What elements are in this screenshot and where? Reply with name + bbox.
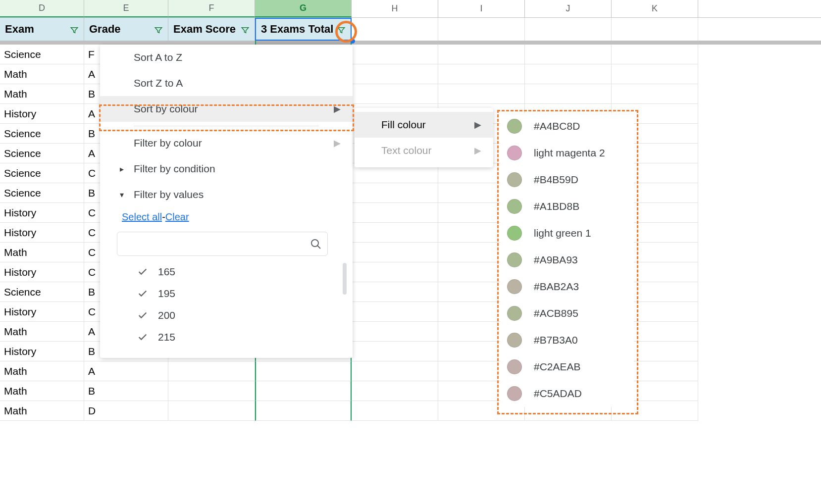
menu-sort-a-z[interactable]: Sort A to Z [100,45,353,70]
submenu-fill-colour[interactable]: Fill colour ▶ [355,112,493,138]
cell-K[interactable] [612,64,698,84]
cell-D[interactable]: History [0,223,84,243]
header-blank-J[interactable] [525,18,612,41]
cell-H[interactable] [352,45,438,64]
cell-H[interactable] [352,64,438,84]
cell-F[interactable] [168,361,255,381]
filter-search-input[interactable] [117,232,328,256]
cell-K[interactable] [612,84,698,104]
filter-icon[interactable] [154,25,163,34]
col-header-K[interactable]: K [612,0,698,17]
clear-link[interactable]: Clear [165,211,189,222]
cell-D[interactable]: Science [0,45,84,64]
cell-E[interactable]: B [84,381,168,401]
cell-D[interactable]: Math [0,84,84,104]
header-3-exams-total[interactable]: 3 Exams Total [255,18,352,41]
cell-I[interactable] [438,64,525,84]
cell-H[interactable] [352,183,438,203]
selection-handle[interactable] [350,39,355,44]
color-option[interactable]: light green 1 [500,220,634,247]
cell-D[interactable]: History [0,203,84,223]
cell-H[interactable] [352,243,438,262]
submenu-text-colour[interactable]: Text colour ▶ [355,138,493,163]
col-header-J[interactable]: J [525,0,612,17]
filter-value-item[interactable]: 200 [130,304,333,326]
cell-H[interactable] [352,282,438,302]
header-blank-K[interactable] [612,18,698,41]
scrollbar-thumb[interactable] [343,263,347,295]
cell-H[interactable] [352,381,438,401]
select-all-link[interactable]: Select all [122,211,162,222]
col-header-E[interactable]: E [84,0,168,17]
header-exam-score[interactable]: Exam Score [168,18,255,41]
cell-D[interactable]: History [0,302,84,322]
color-option[interactable]: #A9BA93 [500,247,634,273]
cell-D[interactable]: Math [0,322,84,342]
color-option[interactable]: light magenta 2 [500,140,634,166]
cell-E[interactable]: D [84,401,168,421]
cell-D[interactable]: Science [0,282,84,302]
cell-D[interactable]: History [0,262,84,282]
menu-filter-by-condition[interactable]: ▸Filter by condition [100,156,353,182]
cell-H[interactable] [352,84,438,104]
filter-icon[interactable] [337,25,346,34]
menu-filter-by-colour[interactable]: Filter by colour ▶ [100,130,353,156]
cell-I[interactable] [438,84,525,104]
cell-D[interactable]: Math [0,401,84,421]
cell-G[interactable] [255,361,352,381]
cell-G[interactable] [255,401,352,421]
header-grade[interactable]: Grade [84,18,168,41]
header-blank-I[interactable] [438,18,525,41]
cell-H[interactable] [352,322,438,342]
cell-E[interactable]: A [84,361,168,381]
cell-H[interactable] [352,203,438,223]
cell-D[interactable]: Math [0,361,84,381]
col-header-D[interactable]: D [0,0,84,17]
cell-H[interactable] [352,302,438,322]
cell-D[interactable]: History [0,342,84,361]
cell-D[interactable]: Math [0,64,84,84]
cell-J[interactable] [525,64,612,84]
cell-H[interactable] [352,262,438,282]
color-option[interactable]: #B4B59D [500,166,634,193]
cell-F[interactable] [168,401,255,421]
color-option[interactable]: #A1BD8B [500,193,634,220]
cell-I[interactable] [438,45,525,64]
cell-D[interactable]: Math [0,381,84,401]
menu-sort-by-colour[interactable]: Sort by colour ▶ [100,96,353,122]
cell-D[interactable]: Science [0,124,84,144]
filter-icon[interactable] [70,25,79,34]
cell-H[interactable] [352,361,438,381]
cell-J[interactable] [525,45,612,64]
col-header-I[interactable]: I [438,0,525,17]
cell-D[interactable]: Math [0,243,84,262]
cell-D[interactable]: Science [0,183,84,203]
col-header-G[interactable]: G [255,0,352,17]
header-exam[interactable]: Exam [0,18,84,41]
cell-D[interactable]: History [0,104,84,124]
color-option[interactable]: #A4BC8D [500,113,634,140]
color-option[interactable]: #C2AEAB [500,353,634,380]
color-option[interactable]: #ACB895 [500,300,634,327]
filter-value-item[interactable]: 195 [130,283,333,304]
menu-sort-z-a[interactable]: Sort Z to A [100,70,353,96]
cell-H[interactable] [352,401,438,421]
filter-value-item[interactable]: 215 [130,326,333,348]
cell-D[interactable]: Science [0,144,84,163]
cell-H[interactable] [352,223,438,243]
col-header-F[interactable]: F [168,0,255,17]
cell-G[interactable] [255,381,352,401]
cell-H[interactable] [352,342,438,361]
col-header-H[interactable]: H [352,0,438,17]
color-option[interactable]: #C5ADAD [500,380,634,407]
filter-icon[interactable] [241,25,250,34]
cell-F[interactable] [168,381,255,401]
cell-D[interactable]: Science [0,163,84,183]
menu-filter-by-values[interactable]: ▾Filter by values [100,182,353,207]
color-option[interactable]: #B7B3A0 [500,327,634,353]
header-blank-H[interactable] [352,18,438,41]
color-option[interactable]: #BAB2A3 [500,273,634,300]
cell-J[interactable] [525,84,612,104]
filter-value-item[interactable]: 165 [130,261,333,283]
cell-K[interactable] [612,45,698,64]
